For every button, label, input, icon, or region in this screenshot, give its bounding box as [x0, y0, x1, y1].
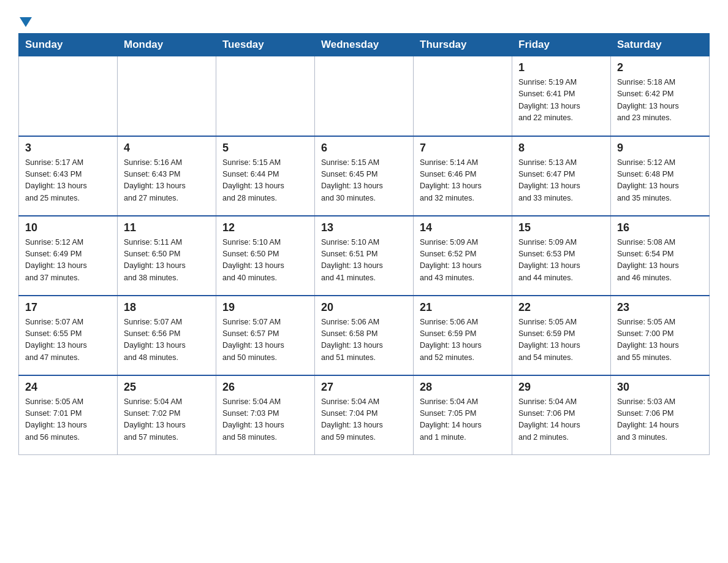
- day-number: 29: [518, 381, 604, 394]
- day-number: 21: [420, 301, 506, 314]
- day-info: Sunrise: 5:05 AM Sunset: 7:00 PM Dayligh…: [617, 316, 703, 364]
- day-number: 18: [124, 301, 210, 314]
- calendar-cell: 19Sunrise: 5:07 AM Sunset: 6:57 PM Dayli…: [216, 296, 315, 375]
- calendar-cell: 25Sunrise: 5:04 AM Sunset: 7:02 PM Dayli…: [118, 375, 216, 455]
- day-info: Sunrise: 5:05 AM Sunset: 6:59 PM Dayligh…: [518, 316, 604, 364]
- day-number: 20: [321, 301, 407, 314]
- day-info: Sunrise: 5:15 AM Sunset: 6:44 PM Dayligh…: [222, 157, 308, 205]
- day-info: Sunrise: 5:04 AM Sunset: 7:05 PM Dayligh…: [420, 396, 506, 444]
- calendar-cell: 5Sunrise: 5:15 AM Sunset: 6:44 PM Daylig…: [216, 136, 315, 216]
- calendar-cell: 1Sunrise: 5:19 AM Sunset: 6:41 PM Daylig…: [512, 56, 611, 136]
- calendar-cell: 30Sunrise: 5:03 AM Sunset: 7:06 PM Dayli…: [611, 375, 710, 455]
- calendar-table: SundayMondayTuesdayWednesdayThursdayFrid…: [18, 33, 710, 455]
- day-number: 5: [222, 142, 308, 155]
- day-number: 25: [124, 381, 210, 394]
- calendar-cell: 28Sunrise: 5:04 AM Sunset: 7:05 PM Dayli…: [414, 375, 512, 455]
- header-thursday: Thursday: [414, 34, 512, 56]
- day-number: 19: [222, 301, 308, 314]
- day-info: Sunrise: 5:07 AM Sunset: 6:57 PM Dayligh…: [222, 316, 308, 364]
- day-number: 26: [222, 381, 308, 394]
- calendar-cell: 17Sunrise: 5:07 AM Sunset: 6:55 PM Dayli…: [19, 296, 118, 375]
- calendar-cell: 10Sunrise: 5:12 AM Sunset: 6:49 PM Dayli…: [19, 216, 118, 296]
- day-info: Sunrise: 5:04 AM Sunset: 7:02 PM Dayligh…: [124, 396, 210, 444]
- calendar-week-row: 3Sunrise: 5:17 AM Sunset: 6:43 PM Daylig…: [19, 136, 710, 216]
- day-info: Sunrise: 5:15 AM Sunset: 6:45 PM Dayligh…: [321, 157, 407, 205]
- page-header: [18, 12, 710, 27]
- calendar-week-row: 17Sunrise: 5:07 AM Sunset: 6:55 PM Dayli…: [19, 296, 710, 375]
- calendar-cell: 26Sunrise: 5:04 AM Sunset: 7:03 PM Dayli…: [216, 375, 315, 455]
- day-info: Sunrise: 5:14 AM Sunset: 6:46 PM Dayligh…: [420, 157, 506, 205]
- calendar-cell: 16Sunrise: 5:08 AM Sunset: 6:54 PM Dayli…: [611, 216, 710, 296]
- calendar-cell: 12Sunrise: 5:10 AM Sunset: 6:50 PM Dayli…: [216, 216, 315, 296]
- day-info: Sunrise: 5:06 AM Sunset: 6:58 PM Dayligh…: [321, 316, 407, 364]
- calendar-cell: 15Sunrise: 5:09 AM Sunset: 6:53 PM Dayli…: [512, 216, 611, 296]
- day-info: Sunrise: 5:17 AM Sunset: 6:43 PM Dayligh…: [25, 157, 111, 205]
- calendar-header-row: SundayMondayTuesdayWednesdayThursdayFrid…: [19, 34, 710, 56]
- calendar-cell: 2Sunrise: 5:18 AM Sunset: 6:42 PM Daylig…: [611, 56, 710, 136]
- day-number: 17: [25, 301, 111, 314]
- day-info: Sunrise: 5:03 AM Sunset: 7:06 PM Dayligh…: [617, 396, 703, 444]
- day-number: 10: [25, 221, 111, 234]
- day-number: 11: [124, 221, 210, 234]
- calendar-cell: 9Sunrise: 5:12 AM Sunset: 6:48 PM Daylig…: [611, 136, 710, 216]
- day-info: Sunrise: 5:19 AM Sunset: 6:41 PM Dayligh…: [518, 77, 604, 124]
- day-info: Sunrise: 5:16 AM Sunset: 6:43 PM Dayligh…: [124, 157, 210, 205]
- day-number: 28: [420, 381, 506, 394]
- day-info: Sunrise: 5:10 AM Sunset: 6:50 PM Dayligh…: [222, 237, 308, 285]
- calendar-cell: 11Sunrise: 5:11 AM Sunset: 6:50 PM Dayli…: [118, 216, 216, 296]
- day-number: 7: [420, 142, 506, 155]
- day-number: 3: [25, 142, 111, 155]
- day-info: Sunrise: 5:12 AM Sunset: 6:48 PM Dayligh…: [617, 157, 703, 205]
- day-info: Sunrise: 5:07 AM Sunset: 6:55 PM Dayligh…: [25, 316, 111, 364]
- day-number: 27: [321, 381, 407, 394]
- calendar-cell: 13Sunrise: 5:10 AM Sunset: 6:51 PM Dayli…: [315, 216, 414, 296]
- calendar-cell: 14Sunrise: 5:09 AM Sunset: 6:52 PM Dayli…: [414, 216, 512, 296]
- calendar-cell: 4Sunrise: 5:16 AM Sunset: 6:43 PM Daylig…: [118, 136, 216, 216]
- day-info: Sunrise: 5:09 AM Sunset: 6:52 PM Dayligh…: [420, 237, 506, 285]
- day-number: 4: [124, 142, 210, 155]
- calendar-cell: [216, 56, 315, 136]
- day-number: 13: [321, 221, 407, 234]
- day-info: Sunrise: 5:13 AM Sunset: 6:47 PM Dayligh…: [518, 157, 604, 205]
- header-wednesday: Wednesday: [315, 34, 414, 56]
- day-info: Sunrise: 5:08 AM Sunset: 6:54 PM Dayligh…: [617, 237, 703, 285]
- day-number: 6: [321, 142, 407, 155]
- calendar-week-row: 24Sunrise: 5:05 AM Sunset: 7:01 PM Dayli…: [19, 375, 710, 455]
- calendar-cell: 27Sunrise: 5:04 AM Sunset: 7:04 PM Dayli…: [315, 375, 414, 455]
- day-info: Sunrise: 5:04 AM Sunset: 7:03 PM Dayligh…: [222, 396, 308, 444]
- day-info: Sunrise: 5:11 AM Sunset: 6:50 PM Dayligh…: [124, 237, 210, 285]
- day-number: 14: [420, 221, 506, 234]
- day-info: Sunrise: 5:04 AM Sunset: 7:06 PM Dayligh…: [518, 396, 604, 444]
- day-number: 24: [25, 381, 111, 394]
- calendar-cell: [414, 56, 512, 136]
- day-number: 16: [617, 221, 703, 234]
- day-info: Sunrise: 5:09 AM Sunset: 6:53 PM Dayligh…: [518, 237, 604, 285]
- calendar-cell: 20Sunrise: 5:06 AM Sunset: 6:58 PM Dayli…: [315, 296, 414, 375]
- calendar-cell: [315, 56, 414, 136]
- header-sunday: Sunday: [19, 34, 118, 56]
- day-number: 23: [617, 301, 703, 314]
- calendar-cell: 8Sunrise: 5:13 AM Sunset: 6:47 PM Daylig…: [512, 136, 611, 216]
- day-info: Sunrise: 5:12 AM Sunset: 6:49 PM Dayligh…: [25, 237, 111, 285]
- calendar-week-row: 1Sunrise: 5:19 AM Sunset: 6:41 PM Daylig…: [19, 56, 710, 136]
- day-number: 30: [617, 381, 703, 394]
- logo-triangle-icon: [20, 17, 32, 27]
- calendar-cell: 7Sunrise: 5:14 AM Sunset: 6:46 PM Daylig…: [414, 136, 512, 216]
- logo: [18, 12, 32, 27]
- calendar-cell: [118, 56, 216, 136]
- day-number: 1: [518, 61, 604, 74]
- day-info: Sunrise: 5:07 AM Sunset: 6:56 PM Dayligh…: [124, 316, 210, 364]
- day-info: Sunrise: 5:06 AM Sunset: 6:59 PM Dayligh…: [420, 316, 506, 364]
- calendar-cell: 6Sunrise: 5:15 AM Sunset: 6:45 PM Daylig…: [315, 136, 414, 216]
- header-tuesday: Tuesday: [216, 34, 315, 56]
- day-number: 15: [518, 221, 604, 234]
- header-saturday: Saturday: [611, 34, 710, 56]
- day-number: 9: [617, 142, 703, 155]
- header-friday: Friday: [512, 34, 611, 56]
- day-info: Sunrise: 5:05 AM Sunset: 7:01 PM Dayligh…: [25, 396, 111, 444]
- day-number: 2: [617, 61, 703, 74]
- header-monday: Monday: [118, 34, 216, 56]
- day-info: Sunrise: 5:10 AM Sunset: 6:51 PM Dayligh…: [321, 237, 407, 285]
- calendar-week-row: 10Sunrise: 5:12 AM Sunset: 6:49 PM Dayli…: [19, 216, 710, 296]
- calendar-cell: 22Sunrise: 5:05 AM Sunset: 6:59 PM Dayli…: [512, 296, 611, 375]
